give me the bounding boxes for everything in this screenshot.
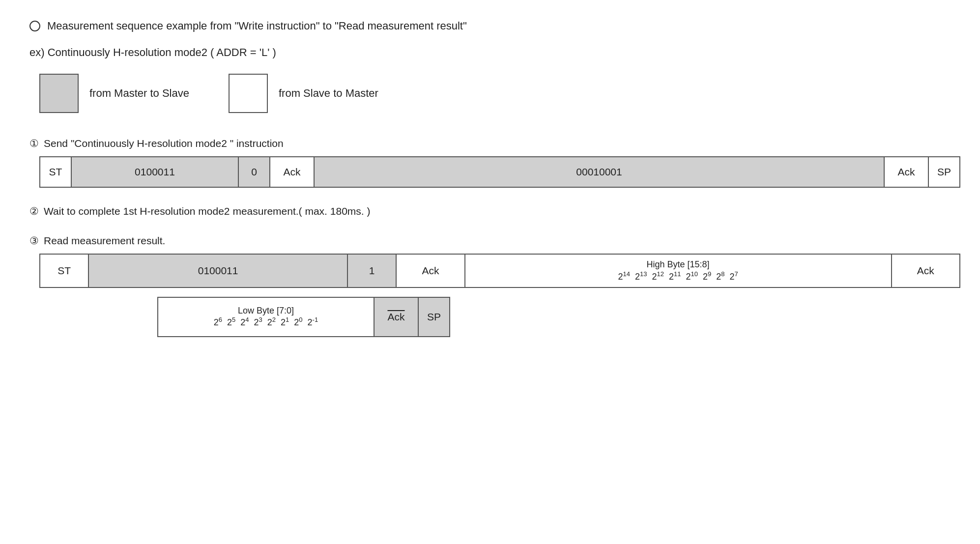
step3-table: ST 0100011 1 Ack High Byte [15:8] 214 21… bbox=[39, 254, 960, 288]
step3-addr: 0100011 bbox=[198, 265, 238, 276]
legend-filled-box bbox=[39, 74, 79, 113]
step1-st: ST bbox=[49, 166, 62, 177]
step1-num: ① bbox=[29, 138, 39, 149]
lowbyte-sp-cell: SP bbox=[418, 297, 450, 337]
step1-table: ST 0100011 0 Ack 00010001 Ack SP bbox=[39, 156, 960, 188]
ex-line-text: ex) Continuously H-resolution mode2 ( AD… bbox=[29, 46, 276, 58]
step3: ③ Read measurement result. ST 0100011 1 … bbox=[29, 235, 951, 337]
step1-ack2-cell: Ack bbox=[884, 157, 928, 187]
step1-data: 00010001 bbox=[576, 166, 622, 177]
legend-empty-label: from Slave to Master bbox=[279, 87, 378, 100]
legend-filled-label: from Master to Slave bbox=[89, 87, 189, 100]
step1-ack2: Ack bbox=[897, 166, 915, 177]
lowbyte-header: Low Byte [7:0] bbox=[163, 306, 369, 316]
lowbyte-sp: SP bbox=[427, 311, 441, 322]
step1-rw-cell: 0 bbox=[238, 157, 270, 187]
lowbyte-ack: Ack bbox=[387, 311, 404, 322]
step1-sp: SP bbox=[937, 166, 951, 177]
step2-num: ② bbox=[29, 205, 39, 217]
step3-st-cell: ST bbox=[40, 254, 88, 287]
step1-rw: 0 bbox=[251, 166, 257, 177]
step2: ② Wait to complete 1st H-resolution mode… bbox=[29, 205, 951, 217]
step1-label: Send "Continuously H-resolution mode2 " … bbox=[44, 138, 284, 149]
circle-icon bbox=[29, 21, 40, 31]
step3-rw: 1 bbox=[369, 265, 375, 276]
step3-ack2: Ack bbox=[917, 265, 934, 276]
step2-header: ② Wait to complete 1st H-resolution mode… bbox=[29, 205, 951, 217]
step3-header: ③ Read measurement result. bbox=[29, 235, 951, 247]
step1-data-cell: 00010001 bbox=[314, 157, 884, 187]
ex-line: ex) Continuously H-resolution mode2 ( AD… bbox=[29, 46, 951, 59]
lowbyte-wrapper: Low Byte [7:0] 26 25 24 23 22 21 20 2-1 … bbox=[157, 297, 951, 337]
lowbyte-data-cell: Low Byte [7:0] 26 25 24 23 22 21 20 2-1 bbox=[158, 297, 374, 337]
step1-addr-cell: 0100011 bbox=[71, 157, 238, 187]
legend-slave-to-master: from Slave to Master bbox=[229, 74, 378, 113]
step3-highbyte-header: High Byte [15:8] bbox=[468, 259, 888, 270]
step1-sp-cell: SP bbox=[928, 157, 960, 187]
step1-addr: 0100011 bbox=[135, 166, 175, 177]
step3-ack2-cell: Ack bbox=[892, 254, 960, 287]
step3-highbyte-bits: 214 213 212 211 210 29 28 27 bbox=[468, 270, 888, 282]
legend-empty-box bbox=[229, 74, 268, 113]
legend-master-to-slave: from Master to Slave bbox=[39, 74, 189, 113]
section-title-text: Measurement sequence example from "Write… bbox=[47, 20, 467, 32]
lowbyte-bits: 26 25 24 23 22 21 20 2-1 bbox=[163, 316, 369, 328]
step3-label: Read measurement result. bbox=[44, 235, 165, 247]
step1-header: ① Send "Continuously H-resolution mode2 … bbox=[29, 138, 951, 149]
step1-ack1: Ack bbox=[283, 166, 300, 177]
lowbyte-table: Low Byte [7:0] 26 25 24 23 22 21 20 2-1 … bbox=[157, 297, 450, 337]
section-title: Measurement sequence example from "Write… bbox=[29, 20, 951, 32]
step3-ack1-cell: Ack bbox=[396, 254, 464, 287]
step1: ① Send "Continuously H-resolution mode2 … bbox=[29, 138, 951, 188]
step3-rw-cell: 1 bbox=[347, 254, 396, 287]
lowbyte-ack-cell: Ack bbox=[374, 297, 418, 337]
step2-label: Wait to complete 1st H-resolution mode2 … bbox=[44, 205, 370, 217]
step3-highbyte-cell: High Byte [15:8] 214 213 212 211 210 29 … bbox=[465, 254, 892, 287]
step3-st: ST bbox=[58, 265, 71, 276]
step3-num: ③ bbox=[29, 235, 39, 247]
step1-st-cell: ST bbox=[40, 157, 71, 187]
step3-ack1: Ack bbox=[422, 265, 439, 276]
step1-ack1-cell: Ack bbox=[270, 157, 314, 187]
step3-addr-cell: 0100011 bbox=[88, 254, 347, 287]
legend: from Master to Slave from Slave to Maste… bbox=[39, 74, 951, 113]
